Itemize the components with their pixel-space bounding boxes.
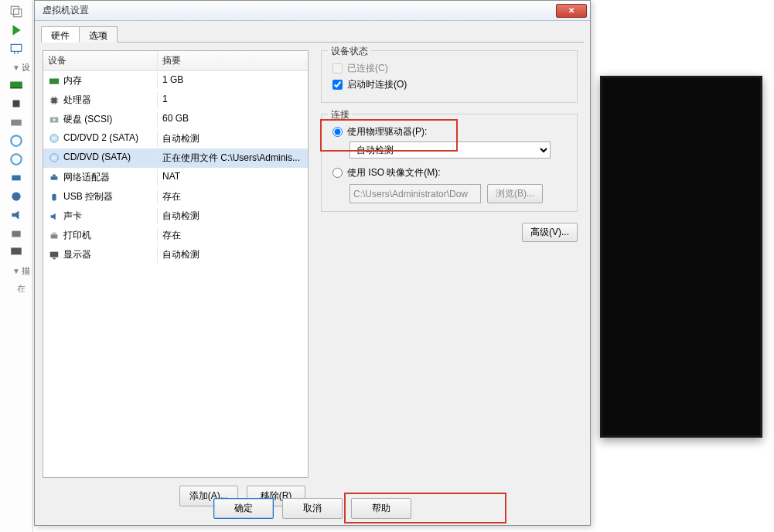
usb-icon[interactable] xyxy=(9,189,23,203)
cancel-button[interactable]: 取消 xyxy=(282,498,343,519)
svg-rect-3 xyxy=(10,82,22,87)
cd-icon[interactable] xyxy=(9,152,23,166)
cpu-icon xyxy=(48,95,60,106)
titlebar: 虚拟机设置 ✕ xyxy=(35,1,590,21)
use-physical-radio[interactable] xyxy=(332,127,343,137)
column-summary[interactable]: 摘要 xyxy=(158,51,308,70)
tab-hardware[interactable]: 硬件 xyxy=(41,26,80,43)
device-row[interactable]: USB 控制器存在 xyxy=(43,187,308,206)
svg-point-19 xyxy=(53,138,56,140)
device-row[interactable]: 网络适配器NAT xyxy=(43,168,308,187)
device-row[interactable]: 硬盘 (SCSI)60 GB xyxy=(43,110,308,129)
sidebar-section-label: ▼设 xyxy=(0,62,32,73)
svg-rect-6 xyxy=(11,120,22,126)
device-name: 网络适配器 xyxy=(63,172,110,182)
use-iso-radio-row[interactable]: 使用 ISO 映像文件(M): xyxy=(332,166,569,179)
tabstrip: 硬件 选项 xyxy=(41,26,584,43)
cd-icon xyxy=(48,152,60,163)
connect-at-poweron-checkbox[interactable] xyxy=(332,80,343,90)
vm-preview-monitor xyxy=(600,76,762,438)
device-name: 处理器 xyxy=(63,94,91,105)
svg-rect-4 xyxy=(10,87,22,88)
snd-icon xyxy=(48,211,60,222)
disp-icon xyxy=(48,250,60,261)
use-iso-radio[interactable] xyxy=(332,168,343,178)
ok-button[interactable]: 确定 xyxy=(213,498,274,519)
net-icon xyxy=(48,172,60,183)
sound-icon[interactable] xyxy=(9,208,23,222)
device-row[interactable]: 处理器1 xyxy=(43,90,308,110)
device-summary: 存在 xyxy=(158,189,308,205)
connected-checkbox-row[interactable]: 已连接(C) xyxy=(332,62,569,75)
column-device[interactable]: 设备 xyxy=(43,51,158,70)
device-row[interactable]: CD/DVD (SATA)正在使用文件 C:\Users\Adminis... xyxy=(43,148,308,168)
hdd-icon xyxy=(48,114,60,125)
cpu-icon[interactable] xyxy=(9,97,23,111)
device-row[interactable]: 声卡自动检测 xyxy=(43,206,308,226)
device-name: 显示器 xyxy=(63,249,91,260)
device-name: 声卡 xyxy=(63,210,82,221)
sidebar-text: 在 xyxy=(0,283,32,295)
vm-settings-dialog: 虚拟机设置 ✕ 硬件 选项 设备 摘要 内存1 GB处理器1硬盘 (SCSI)6… xyxy=(34,0,591,526)
svg-rect-0 xyxy=(11,6,19,14)
connect-at-poweron-row[interactable]: 启动时连接(O) xyxy=(332,78,569,91)
play-icon[interactable] xyxy=(9,23,23,37)
use-physical-radio-row[interactable]: 使用物理驱动器(P): xyxy=(332,125,569,138)
device-row[interactable]: 内存1 GB xyxy=(43,71,308,90)
close-button[interactable]: ✕ xyxy=(556,4,587,18)
group-title-status: 设备状态 xyxy=(328,45,371,58)
device-summary: NAT xyxy=(158,169,308,186)
printer-icon[interactable] xyxy=(9,227,23,240)
help-button[interactable]: 帮助 xyxy=(351,498,411,519)
display-icon[interactable] xyxy=(9,245,23,259)
dialog-footer: 确定 取消 帮助 xyxy=(35,498,590,519)
svg-rect-5 xyxy=(13,101,20,107)
svg-rect-15 xyxy=(52,97,57,103)
svg-rect-24 xyxy=(52,193,56,200)
svg-rect-2 xyxy=(11,44,22,51)
svg-rect-9 xyxy=(12,176,20,181)
svg-point-21 xyxy=(53,157,56,159)
hdd-icon[interactable] xyxy=(9,115,23,129)
svg-point-7 xyxy=(11,135,22,146)
svg-point-8 xyxy=(11,154,22,165)
svg-rect-28 xyxy=(53,257,56,259)
cd-icon[interactable] xyxy=(9,134,23,148)
group-title-connection: 连接 xyxy=(328,108,353,121)
svg-rect-23 xyxy=(53,174,56,176)
memory-icon[interactable] xyxy=(9,78,23,92)
advanced-button[interactable]: 高级(V)... xyxy=(522,223,578,242)
device-name: USB 控制器 xyxy=(63,191,113,202)
svg-rect-12 xyxy=(11,247,22,254)
browse-button: 浏览(B)... xyxy=(487,184,543,203)
svg-rect-22 xyxy=(51,176,58,179)
device-summary: 存在 xyxy=(158,227,308,244)
physical-drive-select[interactable]: 自动检测 xyxy=(349,142,551,159)
prn-icon xyxy=(48,230,60,241)
device-summary: 自动检测 xyxy=(158,131,308,147)
svg-rect-26 xyxy=(52,232,56,234)
device-summary: 自动检测 xyxy=(158,247,308,263)
iso-path-input xyxy=(349,184,481,203)
device-name: CD/DVD (SATA) xyxy=(63,152,131,162)
device-summary: 1 GB xyxy=(158,73,308,89)
network-icon[interactable] xyxy=(9,171,23,185)
device-summary: 自动检测 xyxy=(158,208,308,224)
svg-point-17 xyxy=(53,118,56,121)
device-list: 设备 摘要 内存1 GB处理器1硬盘 (SCSI)60 GBCD/DVD 2 (… xyxy=(43,50,309,478)
svg-rect-27 xyxy=(50,251,59,257)
device-name: 内存 xyxy=(63,75,82,86)
cd-icon xyxy=(48,133,60,144)
device-row[interactable]: CD/DVD 2 (SATA)自动检测 xyxy=(43,129,308,148)
mem-icon xyxy=(48,76,60,87)
sidebar-section-label: ▼描 xyxy=(0,265,32,277)
device-summary: 60 GB xyxy=(158,111,308,128)
device-row[interactable]: 打印机存在 xyxy=(43,226,308,245)
device-name: 硬盘 (SCSI) xyxy=(63,114,112,124)
device-row[interactable]: 显示器自动检测 xyxy=(43,245,308,264)
tab-options[interactable]: 选项 xyxy=(79,26,118,43)
tool-icon[interactable] xyxy=(9,42,23,56)
svg-rect-13 xyxy=(49,78,59,82)
svg-rect-25 xyxy=(51,234,58,238)
app-sidebar: ▼设 ▼描 在 xyxy=(0,0,33,532)
